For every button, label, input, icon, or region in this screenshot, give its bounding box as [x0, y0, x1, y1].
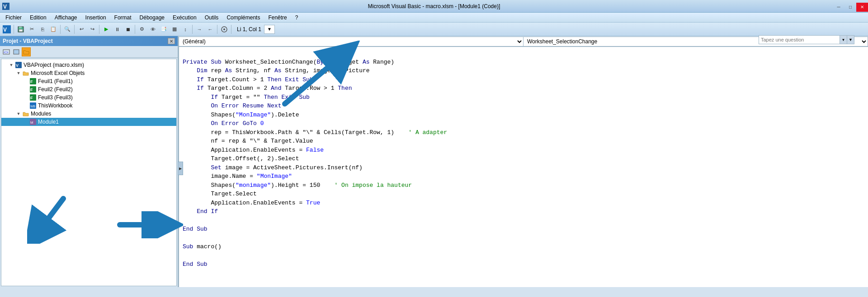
toolbar-find-btn[interactable]: 🔍: [62, 24, 72, 34]
tree-item-module1[interactable]: ▶ M Module1: [1, 118, 176, 126]
combo-general[interactable]: (Général): [179, 37, 524, 46]
toolbar-save-btn[interactable]: [16, 24, 26, 34]
icon-feuil2: F: [29, 86, 37, 93]
toolbar-sep-6: [192, 25, 193, 34]
toolbar-pause-btn[interactable]: ⏸: [112, 24, 122, 34]
icon-thisworkbook: WB: [29, 102, 37, 109]
expand-modules: ▼: [16, 111, 21, 116]
title-bar: V Microsoft Visual Basic - macro.xlsm - …: [0, 0, 868, 13]
expand-excel-objects: ▼: [16, 70, 21, 76]
toolbar-undo-btn[interactable]: ↩: [76, 24, 86, 34]
toolbar-cut-btn[interactable]: ✂: [27, 24, 37, 34]
search-area: ▼ ▼: [759, 35, 854, 44]
toolbar-icon-vba: V: [2, 24, 12, 34]
tree-item-vbaproject[interactable]: ▼ V VBAProject (macro.xlsm): [1, 61, 176, 69]
tree-label-vbaproject: VBAProject (macro.xlsm): [24, 62, 84, 68]
menu-edition[interactable]: Edition: [26, 14, 50, 22]
toolbar-dropdown-btn[interactable]: ▼: [264, 25, 275, 34]
toolbar-paste-btn[interactable]: 📋: [48, 24, 58, 34]
svg-text:WB: WB: [30, 105, 36, 108]
toolbar-run-btn[interactable]: ▶: [101, 24, 111, 34]
toolbar-sep-5: [135, 25, 135, 34]
tree-item-feuil1[interactable]: ▶ F Feuil1 (Feuil1): [1, 77, 176, 85]
svg-text:F: F: [30, 96, 33, 100]
project-tree: ▼ V VBAProject (macro.xlsm) ▼ Microsoft …: [1, 59, 177, 286]
tree-label-thisworkbook: ThisWorkbook: [38, 102, 72, 109]
menu-format[interactable]: Format: [111, 14, 135, 22]
main-layout: Projet - VBAProject ✕ <> ▼ V VBAProject …: [0, 36, 868, 287]
project-title-text: Projet - VBAProject: [3, 38, 53, 44]
restore-button[interactable]: □: [844, 3, 856, 12]
icon-feuil1: F: [29, 78, 37, 85]
panel-expand-button[interactable]: ▶: [178, 162, 183, 175]
tree-label-feuil2: Feuil2 (Feuil2): [38, 86, 73, 93]
menu-fichier[interactable]: Fichier: [2, 14, 25, 22]
tree-item-feuil2[interactable]: ▶ F Feuil2 (Feuil2): [1, 85, 176, 93]
toolbar-sep-1: [14, 25, 14, 34]
toolbar-locals-btn[interactable]: 📑: [159, 24, 169, 34]
icon-vbaproject: V: [15, 61, 22, 69]
search-input[interactable]: [759, 35, 840, 44]
menu-debogage[interactable]: Débogage: [136, 14, 168, 22]
tree-label-modules: Modules: [31, 111, 51, 117]
menu-fenetre[interactable]: Fenêtre: [264, 14, 290, 22]
toggle-folders-btn[interactable]: [22, 47, 31, 56]
icon-module1: M: [29, 118, 37, 125]
search-extra-btn[interactable]: ▼: [847, 35, 854, 44]
minimize-button[interactable]: ─: [833, 3, 844, 12]
menu-affichage[interactable]: Affichage: [51, 14, 81, 22]
menu-insertion[interactable]: Insertion: [82, 14, 110, 22]
toolbar-stop-btn[interactable]: ⏹: [123, 24, 133, 34]
toolbar-sep-8: [231, 25, 231, 34]
toolbar-callstack-btn[interactable]: ↕: [180, 24, 190, 34]
tree-label-excel-objects: Microsoft Excel Objets: [31, 70, 85, 76]
menu-bar: Fichier Edition Affichage Insertion Form…: [0, 13, 868, 23]
toolbar-sep-3: [74, 25, 75, 34]
toolbar-immediate-btn[interactable]: ▦: [170, 24, 179, 34]
tree-item-excel-objects[interactable]: ▼ Microsoft Excel Objets: [1, 69, 176, 77]
toolbar-design-btn[interactable]: ⚙: [137, 24, 147, 34]
close-button[interactable]: ✕: [856, 3, 868, 12]
icon-modules: [22, 110, 29, 117]
toolbar: V ✂ ⎘ 📋 🔍 ↩ ↪ ▶ ⏸ ⏹ ⚙ 👁 📑 ▦ ↕ → ← Li 1, …: [0, 23, 868, 36]
svg-text:V: V: [16, 63, 19, 68]
project-toolbar: <>: [0, 46, 178, 58]
tree-item-thisworkbook[interactable]: ▶ WB ThisWorkbook: [1, 102, 176, 110]
toolbar-indent-btn[interactable]: →: [194, 24, 204, 34]
window-controls: ─ □ ✕: [833, 0, 868, 12]
expand-vbaproject: ▼: [9, 62, 14, 68]
svg-text:<>: <>: [4, 50, 9, 55]
search-dropdown-button[interactable]: ▼: [840, 35, 847, 44]
toolbar-sep-4: [99, 25, 99, 34]
toolbar-outdent-btn[interactable]: ←: [205, 24, 215, 34]
svg-rect-6: [19, 29, 23, 32]
tree-item-modules[interactable]: ▼ Modules: [1, 110, 176, 118]
toolbar-sep-7: [217, 25, 217, 34]
project-close-button[interactable]: ✕: [168, 38, 175, 44]
toolbar-sep-2: [60, 25, 61, 34]
svg-text:M: M: [30, 121, 33, 125]
toolbar-copy-btn[interactable]: ⎘: [38, 24, 47, 34]
tree-label-feuil1: Feuil1 (Feuil1): [38, 78, 73, 84]
svg-text:V: V: [3, 27, 7, 33]
menu-help[interactable]: ?: [292, 14, 302, 22]
view-code-btn[interactable]: <>: [2, 47, 11, 56]
menu-complements[interactable]: Compléments: [223, 14, 264, 22]
toolbar-redo-btn[interactable]: ↪: [87, 24, 97, 34]
title-bar-text: Microsoft Visual Basic - macro.xlsm - [M…: [368, 3, 500, 9]
svg-rect-5: [19, 27, 22, 28]
toolbar-objbrowser-btn[interactable]: [219, 24, 229, 34]
tree-label-module1: Module1: [38, 119, 59, 125]
tree-item-feuil3[interactable]: ▶ F Feuil3 (Feuil3): [1, 93, 176, 102]
view-object-btn[interactable]: [12, 47, 21, 56]
position-indicator: Li 1, Col 1: [237, 26, 261, 32]
svg-text:F: F: [30, 79, 33, 84]
tree-label-feuil3: Feuil3 (Feuil3): [38, 94, 73, 101]
project-panel: Projet - VBAProject ✕ <> ▼ V VBAProject …: [0, 36, 179, 287]
icon-feuil3: F: [29, 94, 37, 101]
code-area[interactable]: Private Sub Worksheet_SelectionChange(By…: [179, 47, 868, 287]
project-title-bar: Projet - VBAProject ✕: [0, 36, 178, 46]
menu-execution[interactable]: Exécution: [169, 14, 200, 22]
menu-outils[interactable]: Outils: [201, 14, 222, 22]
toolbar-watch-btn[interactable]: 👁: [148, 24, 158, 34]
